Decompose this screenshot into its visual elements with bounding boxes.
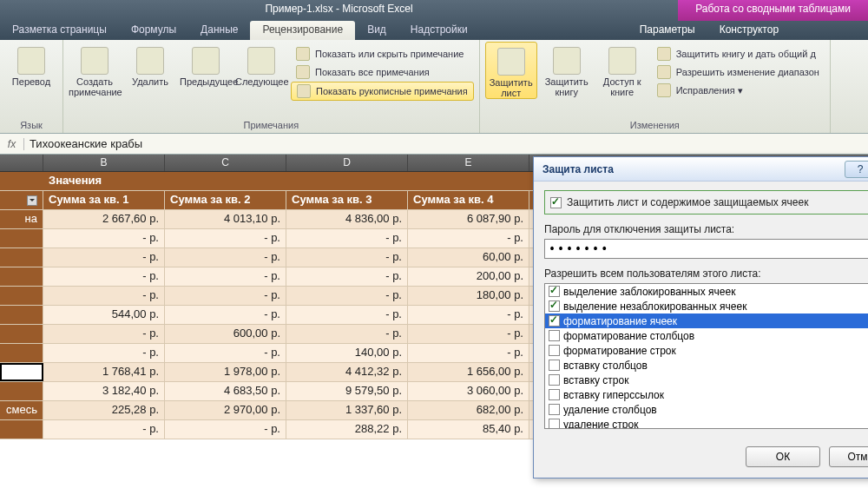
show-all-comments-button[interactable]: Показать все примечания (291, 63, 474, 81)
row-label[interactable] (0, 267, 43, 286)
cell[interactable]: 288,22 р. (286, 420, 408, 439)
share-workbook-button[interactable]: Доступ к книге (596, 42, 648, 97)
permission-item[interactable]: форматирование строк (545, 343, 868, 358)
tab-view[interactable]: Вид (355, 21, 398, 40)
cell[interactable]: 4 412,32 р. (286, 363, 408, 381)
cell[interactable]: 200,00 р. (408, 267, 529, 286)
cell[interactable]: 85,40 р. (408, 420, 529, 439)
cell[interactable]: - р. (43, 420, 165, 439)
cell[interactable]: - р. (286, 306, 408, 324)
cell[interactable]: 2 970,00 р. (165, 401, 286, 419)
permission-item[interactable]: форматирование ячеек (545, 314, 868, 328)
col-header-c[interactable]: C (165, 155, 286, 171)
cell[interactable]: - р. (408, 325, 529, 343)
tab-pivot-options[interactable]: Параметры (628, 21, 707, 40)
cell[interactable]: - р. (286, 287, 408, 305)
fx-icon[interactable]: fx (0, 138, 24, 150)
cell[interactable]: 1 337,60 р. (286, 401, 408, 419)
cell[interactable]: - р. (43, 229, 165, 248)
cell[interactable]: - р. (165, 267, 286, 286)
cell[interactable]: - р. (408, 344, 529, 362)
permission-item[interactable]: форматирование столбцов (545, 328, 868, 343)
permission-checkbox[interactable] (549, 345, 560, 356)
permission-item[interactable]: выделение заблокированных ячеек (545, 284, 868, 299)
cell[interactable]: 4 836,00 р. (286, 210, 408, 228)
cell[interactable]: 4 013,10 р. (165, 210, 286, 228)
cell[interactable]: 60,00 р. (408, 248, 529, 267)
cell[interactable]: 140,00 р. (286, 344, 408, 362)
cell[interactable]: - р. (408, 306, 529, 324)
cell[interactable]: - р. (165, 248, 286, 267)
cell[interactable]: - р. (286, 248, 408, 267)
cell[interactable]: 544,00 р. (43, 306, 165, 324)
cell[interactable]: 180,00 р. (408, 287, 529, 305)
cell[interactable]: - р. (286, 229, 408, 248)
col-q2[interactable]: Сумма за кв. 2 (165, 191, 286, 209)
permission-checkbox[interactable] (549, 419, 560, 428)
col-q4[interactable]: Сумма за кв. 4 (408, 191, 529, 209)
permission-item[interactable]: удаление строк (545, 417, 868, 428)
tab-review[interactable]: Рецензирование (250, 21, 355, 40)
col-header-e[interactable]: E (408, 155, 529, 171)
col-header-b[interactable]: B (43, 155, 165, 171)
permission-checkbox[interactable] (549, 374, 560, 386)
col-header-d[interactable]: D (286, 155, 408, 171)
cell[interactable]: 6 087,90 р. (408, 210, 529, 228)
permissions-listbox[interactable]: выделение заблокированных ячееквыделение… (544, 283, 868, 429)
permission-item[interactable]: вставку гиперссылок (545, 387, 868, 402)
cell[interactable]: - р. (165, 306, 286, 324)
row-label[interactable] (0, 420, 43, 439)
formula-input[interactable]: Тихоокеанские крабы (24, 137, 868, 150)
prev-comment-button[interactable]: Предыдущее (180, 42, 232, 87)
cell[interactable]: 2 667,60 р. (43, 210, 165, 228)
cell[interactable]: - р. (165, 229, 286, 248)
cell[interactable]: 3 060,00 р. (408, 382, 529, 400)
tab-page-layout[interactable]: Разметка страницы (0, 21, 119, 40)
filter-dropdown-icon[interactable] (27, 195, 37, 206)
permission-checkbox[interactable] (549, 300, 560, 312)
col-q3[interactable]: Сумма за кв. 3 (286, 191, 408, 209)
show-ink-button[interactable]: Показать рукописные примечания (291, 82, 474, 101)
row-label[interactable] (0, 287, 43, 305)
cell[interactable]: - р. (43, 267, 165, 286)
row-label[interactable] (0, 344, 43, 362)
cell[interactable]: - р. (165, 420, 286, 439)
cell[interactable]: 1 656,00 р. (408, 363, 529, 381)
permission-checkbox[interactable] (549, 404, 560, 415)
cell[interactable]: 1 978,00 р. (165, 363, 286, 381)
cell[interactable]: - р. (165, 287, 286, 305)
protect-share-button[interactable]: Защитить книгу и дать общий д (652, 45, 825, 63)
row-label[interactable] (0, 248, 43, 267)
cell[interactable]: - р. (43, 287, 165, 305)
translate-button[interactable]: Перевод (5, 42, 57, 87)
row-label[interactable] (0, 229, 43, 248)
cancel-button[interactable]: Отмена (829, 446, 868, 467)
section-label[interactable]: Значения (43, 172, 165, 190)
show-hide-comment-button[interactable]: Показать или скрыть примечание (291, 45, 474, 63)
cell[interactable]: 9 579,50 р. (286, 382, 408, 400)
password-input[interactable] (544, 239, 868, 259)
row-label[interactable]: смесь (0, 401, 43, 419)
row-label[interactable] (0, 382, 43, 400)
cell[interactable]: 4 683,50 р. (165, 382, 286, 400)
tab-data[interactable]: Данные (188, 21, 250, 40)
cell[interactable]: 225,28 р. (43, 401, 165, 419)
row-label[interactable] (0, 363, 43, 381)
cell[interactable]: - р. (286, 325, 408, 343)
delete-comment-button[interactable]: Удалить (124, 42, 176, 87)
new-comment-button[interactable]: Создать примечание (69, 42, 121, 97)
permission-item[interactable]: вставку столбцов (545, 358, 868, 373)
track-changes-button[interactable]: Исправления ▾ (652, 82, 825, 99)
cell[interactable]: 682,00 р. (408, 401, 529, 419)
permission-item[interactable]: выделение незаблокированных ячеек (545, 299, 868, 314)
tab-addins[interactable]: Надстройки (398, 21, 480, 40)
permission-checkbox[interactable] (549, 389, 560, 400)
tab-pivot-design[interactable]: Конструктор (707, 21, 791, 40)
permission-item[interactable]: удаление столбцов (545, 402, 868, 417)
cell[interactable]: 1 768,41 р. (43, 363, 165, 381)
cell[interactable]: - р. (286, 267, 408, 286)
row-label[interactable] (0, 325, 43, 343)
cell[interactable]: - р. (43, 325, 165, 343)
cell[interactable]: 3 182,40 р. (43, 382, 165, 400)
permission-checkbox[interactable] (549, 360, 560, 371)
